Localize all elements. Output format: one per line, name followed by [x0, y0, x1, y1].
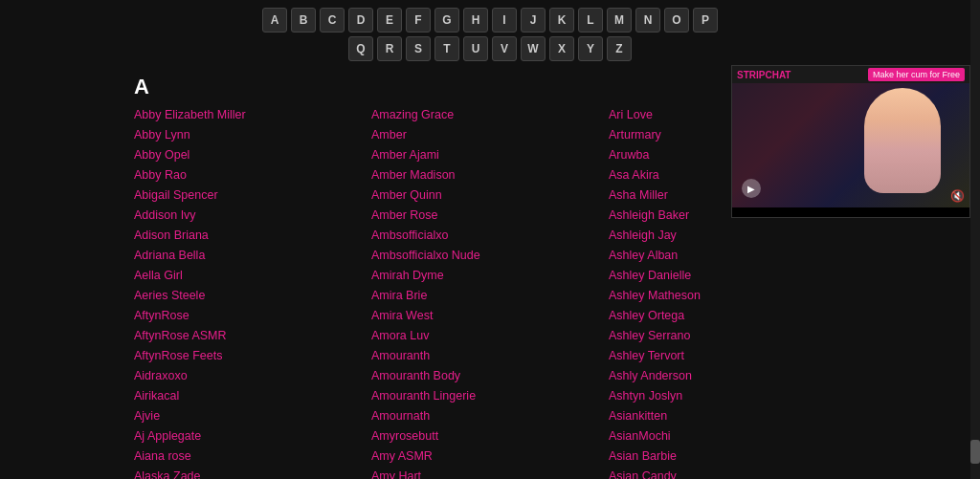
- alpha-btn-g[interactable]: G: [434, 8, 459, 33]
- name-link[interactable]: Amber Ajami: [371, 145, 609, 164]
- alpha-btn-c[interactable]: C: [320, 8, 345, 33]
- name-link[interactable]: Ashley Serrano: [609, 326, 846, 345]
- name-link[interactable]: Adriana Bella: [134, 246, 371, 265]
- ad-logo: STRIPCHAT: [737, 70, 791, 80]
- name-link[interactable]: Abby Opel: [134, 145, 371, 164]
- name-link[interactable]: AftynRose ASMR: [134, 326, 371, 345]
- name-link[interactable]: Aeries Steele: [134, 286, 371, 305]
- name-link[interactable]: Alaska Zade: [134, 467, 371, 479]
- name-link[interactable]: Ambsofficialxo Nude: [371, 246, 609, 265]
- name-link[interactable]: Amber Quinn: [371, 185, 609, 205]
- name-link[interactable]: Adison Briana: [134, 226, 371, 245]
- name-link[interactable]: Amber Rose: [371, 206, 609, 225]
- name-link[interactable]: AftynRose Feets: [134, 346, 371, 365]
- name-link[interactable]: Ashleigh Jay: [609, 226, 846, 245]
- alpha-btn-f[interactable]: F: [406, 8, 431, 33]
- alpha-btn-s[interactable]: S: [406, 36, 431, 61]
- name-link[interactable]: Amazing Grace: [371, 105, 609, 124]
- name-link[interactable]: Amouranth: [371, 346, 609, 365]
- name-link[interactable]: Abby Rao: [134, 165, 371, 185]
- name-link[interactable]: Aiana rose: [134, 446, 371, 466]
- alpha-btn-y[interactable]: Y: [578, 36, 603, 61]
- name-link[interactable]: Ashley Matheson: [609, 286, 846, 305]
- alpha-btn-p[interactable]: P: [693, 8, 718, 33]
- name-link[interactable]: Amy ASMR: [371, 446, 609, 466]
- name-link[interactable]: Amyrosebutt: [371, 426, 609, 446]
- alpha-btn-q[interactable]: Q: [348, 36, 373, 61]
- scrollbar[interactable]: [970, 0, 980, 479]
- alphabet-row-2: QRSTUVWXYZ: [348, 36, 632, 61]
- alpha-btn-m[interactable]: M: [607, 8, 632, 33]
- name-link[interactable]: Addison Ivy: [134, 206, 371, 225]
- column-1: Abby Elizabeth MillerAbby LynnAbby OpelA…: [134, 105, 371, 479]
- name-link[interactable]: Abby Elizabeth Miller: [134, 105, 371, 124]
- name-link[interactable]: Amora Luv: [371, 326, 609, 345]
- alpha-btn-e[interactable]: E: [377, 8, 402, 33]
- name-link[interactable]: Ambsofficialxo: [371, 226, 609, 245]
- alpha-btn-x[interactable]: X: [549, 36, 574, 61]
- name-link[interactable]: Abigail Spencer: [134, 185, 371, 205]
- name-link[interactable]: Ashley Danielle: [609, 266, 846, 285]
- alpha-btn-h[interactable]: H: [463, 8, 488, 33]
- alpha-btn-d[interactable]: D: [348, 8, 373, 33]
- name-link[interactable]: Ashley Alban: [609, 246, 846, 265]
- alpha-btn-z[interactable]: Z: [607, 36, 632, 61]
- ad-header: STRIPCHAT Make her cum for Free: [732, 66, 969, 83]
- alpha-btn-u[interactable]: U: [463, 36, 488, 61]
- alpha-btn-w[interactable]: W: [521, 36, 546, 61]
- name-link[interactable]: Aidraxoxo: [134, 366, 371, 385]
- alpha-btn-a[interactable]: A: [262, 8, 287, 33]
- name-link[interactable]: Amber Madison: [371, 165, 609, 185]
- name-link[interactable]: Amira West: [371, 306, 609, 325]
- ad-mute-icon[interactable]: 🔇: [950, 189, 965, 203]
- alpha-btn-k[interactable]: K: [549, 8, 574, 33]
- ad-widget: STRIPCHAT Make her cum for Free ▶ 🔇: [731, 65, 970, 218]
- name-link[interactable]: Asian Barbie: [609, 446, 846, 466]
- alpha-btn-n[interactable]: N: [635, 8, 660, 33]
- name-link[interactable]: Abby Lynn: [134, 125, 371, 144]
- alphabet-navigation: ABCDEFGHIJKLMNOP QRSTUVWXYZ: [0, 0, 980, 65]
- alphabet-row-1: ABCDEFGHIJKLMNOP: [262, 8, 718, 33]
- ad-figure: [864, 88, 941, 193]
- name-link[interactable]: Ashly Anderson: [609, 366, 846, 385]
- alpha-btn-j[interactable]: J: [521, 8, 546, 33]
- alpha-btn-o[interactable]: O: [664, 8, 689, 33]
- name-link[interactable]: AsianMochi: [609, 426, 846, 446]
- name-link[interactable]: Amirah Dyme: [371, 266, 609, 285]
- name-link[interactable]: Amouranth Body: [371, 366, 609, 385]
- ad-figure-body: [864, 88, 941, 193]
- name-link[interactable]: Amber: [371, 125, 609, 144]
- alpha-btn-t[interactable]: T: [434, 36, 459, 61]
- name-link[interactable]: Aj Applegate: [134, 426, 371, 446]
- scrollbar-thumb[interactable]: [970, 440, 980, 464]
- name-link[interactable]: Ashley Ortega: [609, 306, 846, 325]
- name-link[interactable]: Asiankitten: [609, 406, 846, 425]
- name-link[interactable]: Asian Candy: [609, 467, 846, 479]
- ad-cta-button[interactable]: Make her cum for Free: [868, 68, 965, 81]
- name-link[interactable]: Amouranth Lingerie: [371, 386, 609, 405]
- alpha-btn-r[interactable]: R: [377, 36, 402, 61]
- alpha-btn-b[interactable]: B: [291, 8, 316, 33]
- name-link[interactable]: Airikacal: [134, 386, 371, 405]
- name-link[interactable]: Ajvie: [134, 406, 371, 425]
- name-link[interactable]: Ashtyn Joslyn: [609, 386, 846, 405]
- name-link[interactable]: Amy Hart: [371, 467, 609, 479]
- alpha-btn-v[interactable]: V: [492, 36, 517, 61]
- column-2: Amazing GraceAmberAmber AjamiAmber Madis…: [371, 105, 609, 479]
- ad-image[interactable]: ▶ 🔇: [732, 83, 969, 207]
- alpha-btn-i[interactable]: I: [492, 8, 517, 33]
- name-link[interactable]: Amira Brie: [371, 286, 609, 305]
- name-link[interactable]: Ashley Tervort: [609, 346, 846, 365]
- name-link[interactable]: Aella Girl: [134, 266, 371, 285]
- alpha-btn-l[interactable]: L: [578, 8, 603, 33]
- name-link[interactable]: Amournath: [371, 406, 609, 425]
- name-link[interactable]: AftynRose: [134, 306, 371, 325]
- ad-play-icon[interactable]: ▶: [742, 179, 761, 198]
